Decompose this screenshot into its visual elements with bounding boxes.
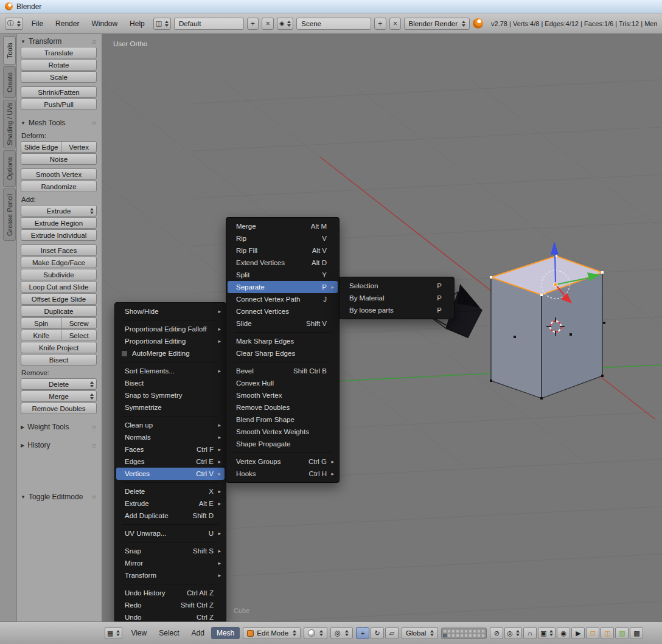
panel-grip-icon[interactable]: ≣: [92, 424, 97, 431]
menu-item-add-duplicate[interactable]: Add DuplicateShift D▸: [116, 510, 225, 522]
layer-cell-17[interactable]: [469, 634, 472, 637]
panel-grip-icon[interactable]: ≣: [92, 38, 97, 45]
menu-item-separate[interactable]: SeparateP▸: [228, 281, 338, 293]
shelf-button-randomize[interactable]: Randomize: [21, 181, 97, 192]
manipulator-scale-button[interactable]: ▱: [385, 627, 399, 639]
tab-create[interactable]: Create: [3, 66, 16, 98]
layer-cell-12[interactable]: [447, 634, 451, 637]
menu-item-rip[interactable]: RipV▸: [228, 232, 338, 244]
menu-item-undo-history[interactable]: Undo HistoryCtrl Alt Z▸: [116, 587, 225, 599]
menu-select[interactable]: Select: [153, 627, 184, 639]
shelf-button-remove-doubles[interactable]: Remove Doubles: [21, 403, 97, 414]
cube-left-face[interactable]: [491, 277, 542, 398]
shelf-button-bisect[interactable]: Bisect: [21, 354, 97, 365]
menu-file[interactable]: File: [26, 18, 49, 30]
menu-item-extrude[interactable]: ExtrudeAlt E▸: [116, 497, 225, 510]
menu-item-smooth-vertex-weights[interactable]: Smooth Vertex Weights▸: [228, 426, 338, 438]
menu-item-sort-elements[interactable]: Sort Elements...▸: [116, 365, 225, 377]
menu-add[interactable]: Add: [186, 627, 210, 639]
menu-item-show-hide[interactable]: Show/Hide▸: [116, 305, 225, 317]
menu-item-merge[interactable]: MergeAlt M▸: [228, 220, 338, 232]
shelf-button-subdivide[interactable]: Subdivide: [21, 269, 97, 280]
proportional-editing-dropdown[interactable]: ◎: [504, 627, 522, 639]
layer-cell-15[interactable]: [460, 634, 464, 637]
menu-item-selection[interactable]: SelectionP▸: [341, 280, 453, 292]
add-layout-button[interactable]: +: [247, 18, 259, 30]
menu-view[interactable]: View: [125, 627, 152, 639]
shelf-button-loop-cut-and-slide[interactable]: Loop Cut and Slide: [21, 281, 97, 293]
viewport-shading-selector[interactable]: [304, 627, 327, 639]
menu-item-automerge-editing[interactable]: AutoMerge Editing▸: [116, 347, 225, 359]
layer-cell-10[interactable]: [481, 629, 485, 633]
shelf-button-noise[interactable]: Noise: [21, 153, 97, 165]
menu-item-rip-fill[interactable]: Rip FillAlt V▸: [228, 244, 338, 257]
menu-item-connect-vertex-path[interactable]: Connect Vertex PathJ▸: [228, 293, 338, 305]
shelf-button-extrude-individual[interactable]: Extrude Individual: [21, 229, 97, 241]
info-editor-type-button[interactable]: ⓘ: [5, 18, 23, 30]
tab-shading-uvs[interactable]: Shading / UVs: [3, 100, 16, 148]
shelf-button-inset-faces[interactable]: Inset Faces: [21, 244, 97, 256]
occlude-geometry-button[interactable]: ▩: [630, 627, 643, 639]
menu-item-smooth-vertex[interactable]: Smooth Vertex▸: [228, 389, 338, 401]
screen-layout-browse-button[interactable]: ◫: [153, 18, 171, 30]
layer-cell-7[interactable]: [469, 629, 472, 633]
menu-item-shape-propagate[interactable]: Shape Propagate▸: [228, 438, 338, 450]
menu-item-bevel[interactable]: BevelShift Ctrl B▸: [228, 365, 338, 377]
shelf-button-make-edge-face[interactable]: Make Edge/Face: [21, 257, 97, 268]
menu-item-vertex-groups[interactable]: Vertex GroupsCtrl G▸: [228, 455, 338, 468]
shelf-button-select[interactable]: Select: [61, 330, 97, 341]
menu-item-by-material[interactable]: By MaterialP▸: [341, 292, 453, 304]
menu-item-by-loose-parts[interactable]: By loose partsP▸: [341, 304, 453, 316]
layer-cell-2[interactable]: [447, 629, 451, 633]
layer-cell-20[interactable]: [481, 634, 485, 637]
menu-item-normals[interactable]: Normals▸: [116, 431, 225, 443]
mode-selector[interactable]: Edit Mode: [243, 627, 301, 639]
shelf-button-extrude-region[interactable]: Extrude Region: [21, 217, 97, 229]
menu-item-snap-to-symmetry[interactable]: Snap to Symmetry▸: [116, 389, 225, 401]
menu-item-clean-up[interactable]: Clean up▸: [116, 419, 225, 431]
panel-header-history[interactable]: ▶ History ≣: [21, 440, 97, 451]
tab-options[interactable]: Options: [3, 150, 16, 187]
layer-cell-13[interactable]: [451, 634, 455, 637]
menu-item-delete[interactable]: DeleteX▸: [116, 485, 225, 497]
layout-name-field[interactable]: Default: [174, 18, 244, 30]
layer-cell-1[interactable]: [443, 629, 447, 633]
layer-cell-4[interactable]: [456, 629, 459, 633]
menu-item-snap[interactable]: SnapShift S▸: [116, 545, 225, 557]
scene-lock-button[interactable]: ⊘: [490, 627, 503, 639]
shelf-button-offset-edge-slide[interactable]: Offset Edge Slide: [21, 293, 97, 305]
panel-header-mesh-tools[interactable]: ▼ Mesh Tools ≣: [21, 117, 97, 128]
layers-widget[interactable]: [441, 628, 487, 639]
menu-item-mirror[interactable]: Mirror▸: [116, 557, 225, 569]
menu-item-convex-hull[interactable]: Convex Hull▸: [228, 377, 338, 389]
menu-item-faces[interactable]: FacesCtrl F▸: [116, 443, 225, 455]
menu-item-redo[interactable]: RedoShift Ctrl Z▸: [116, 599, 225, 611]
cube-object[interactable]: [490, 255, 605, 400]
opengl-render-still-button[interactable]: ◉: [557, 627, 570, 639]
manipulator-rotate-button[interactable]: ↻: [371, 627, 384, 639]
shelf-button-vertex[interactable]: Vertex: [61, 141, 97, 153]
layer-cell-8[interactable]: [473, 629, 476, 633]
layer-cell-11[interactable]: [443, 634, 447, 637]
menu-item-symmetrize[interactable]: Symmetrize▸: [116, 401, 225, 414]
scene-browse-button[interactable]: ◈: [277, 18, 293, 30]
menu-help[interactable]: Help: [124, 18, 150, 30]
render-engine-selector[interactable]: Blender Render: [404, 18, 470, 30]
menu-render[interactable]: Render: [50, 18, 85, 30]
menu-item-transform[interactable]: Transform▸: [116, 569, 225, 581]
menu-item-mark-sharp-edges[interactable]: Mark Sharp Edges▸: [228, 335, 338, 347]
shelf-button-extrude[interactable]: Extrude: [21, 205, 97, 216]
shelf-button-knife[interactable]: Knife: [21, 330, 61, 341]
face-select-mode-button[interactable]: ▧: [615, 627, 629, 639]
menu-item-hooks[interactable]: HooksCtrl H▸: [228, 468, 338, 480]
checkbox-unchecked[interactable]: [121, 350, 128, 357]
delete-layout-button[interactable]: ×: [262, 18, 274, 30]
vertex-select-mode-button[interactable]: ⊡: [586, 627, 599, 639]
edge-select-mode-button[interactable]: ◫: [601, 627, 614, 639]
menu-item-extend-vertices[interactable]: Extend VerticesAlt D▸: [228, 257, 338, 269]
pivot-point-selector[interactable]: ◎: [330, 627, 353, 639]
shelf-button-duplicate[interactable]: Duplicate: [21, 305, 97, 317]
layer-cell-6[interactable]: [464, 629, 468, 633]
scene-name-field[interactable]: Scene: [296, 18, 371, 30]
shelf-button-translate[interactable]: Translate: [21, 47, 97, 58]
